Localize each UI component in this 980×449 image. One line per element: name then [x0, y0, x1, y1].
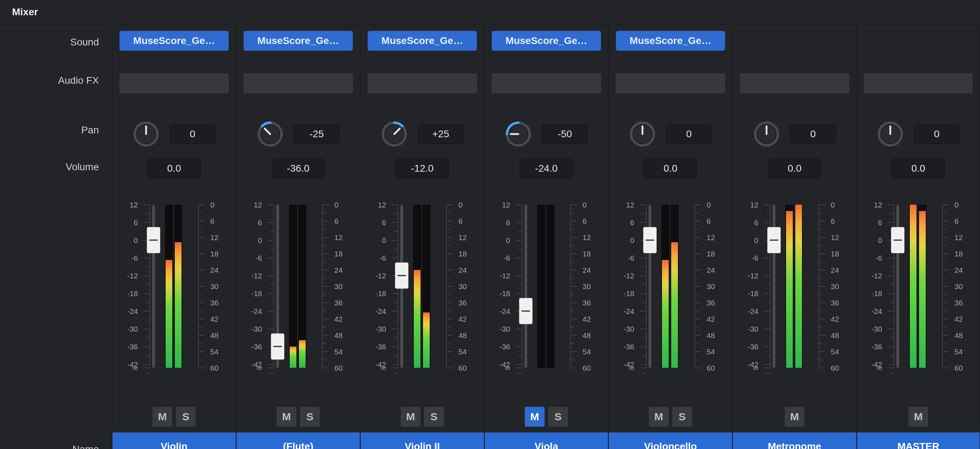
mute-button[interactable]: M — [401, 407, 420, 427]
fader-thumb[interactable] — [271, 333, 284, 360]
volume-value[interactable]: 0.0 — [768, 159, 821, 178]
fader-scale-left-label: ∞ — [245, 364, 262, 372]
audio-fx-slot[interactable] — [119, 73, 229, 93]
audio-fx-slot[interactable] — [740, 73, 849, 93]
channel-name[interactable]: (Flute) — [237, 432, 360, 449]
audio-fx-slot[interactable] — [864, 73, 972, 93]
pan-value[interactable]: 0 — [790, 124, 836, 144]
mixer-channel-violin: MuseScore_Ge… 0 0.0 1260-6-12-18-24-30-3… — [112, 24, 236, 449]
fader-thumb[interactable] — [643, 227, 657, 253]
fader-scale-left-label: -12 — [865, 272, 882, 279]
meter-channel-right — [298, 205, 306, 368]
solo-button[interactable]: S — [424, 407, 444, 427]
volume-value[interactable]: 0.0 — [892, 159, 945, 178]
meter-scale-right-label: 12 — [706, 234, 724, 241]
audio-fx-slot[interactable] — [616, 73, 725, 93]
meter-scale-right-label: 6 — [458, 217, 476, 225]
pan-knob[interactable] — [629, 121, 656, 148]
meter-channel-left — [785, 205, 794, 368]
solo-button[interactable]: S — [672, 407, 692, 427]
row-label-volume: Volume — [0, 152, 112, 173]
pan-knob[interactable] — [753, 121, 780, 148]
channel-name[interactable]: Viola — [485, 432, 608, 449]
fader-scale-left-label: -24 — [369, 307, 386, 315]
volume-value[interactable]: 0.0 — [644, 159, 697, 178]
volume-value[interactable]: -12.0 — [396, 159, 449, 178]
solo-button[interactable]: S — [548, 407, 568, 427]
fader-thumb[interactable] — [767, 227, 781, 253]
mute-button[interactable]: M — [277, 407, 296, 427]
meter-scale-right-label: 18 — [334, 250, 352, 258]
pan-knob[interactable] — [133, 121, 159, 148]
fader-thumb[interactable] — [891, 227, 904, 253]
meter-scale-right-label: 60 — [334, 364, 352, 372]
sound-slot[interactable]: MuseScore_Ge… — [492, 31, 601, 51]
meter-scale-right-label: 0 — [210, 201, 227, 209]
row-label-pan: Pan — [0, 110, 112, 136]
meter-scale-right-label: 24 — [334, 266, 352, 274]
pan-value[interactable]: 0 — [666, 124, 712, 144]
audio-fx-slot[interactable] — [243, 73, 353, 93]
sound-slot[interactable]: MuseScore_Ge… — [368, 31, 477, 51]
mute-button[interactable]: M — [153, 407, 172, 427]
meter-channel-left — [661, 205, 670, 368]
fader-scale-left-label: ∞ — [617, 364, 634, 372]
fader-scale-left-label: -36 — [121, 343, 138, 350]
pan-value[interactable]: -25 — [294, 124, 340, 144]
pan-value[interactable]: 0 — [914, 124, 960, 144]
pan-knob[interactable] — [505, 121, 532, 148]
audio-fx-slot[interactable] — [492, 73, 601, 93]
fader-track[interactable] — [524, 205, 527, 368]
fader-scale-left-label: -12 — [493, 272, 510, 279]
meter-scale-right-label: 36 — [955, 299, 972, 306]
channel-name[interactable]: Violin II — [361, 432, 484, 449]
panel-title: Mixer — [0, 0, 980, 24]
fader-thumb[interactable] — [519, 298, 533, 324]
channel-name[interactable]: Violin — [112, 432, 236, 449]
meter-scale-right-label: 24 — [706, 266, 724, 274]
fader-scale-left-label: 6 — [369, 219, 386, 226]
channel-name[interactable]: Violoncello — [609, 432, 732, 449]
fader-thumb[interactable] — [147, 227, 160, 253]
meter-scale-right-label: 12 — [458, 234, 476, 241]
meter-scale-right-label: 12 — [955, 234, 972, 241]
solo-button[interactable]: S — [176, 407, 196, 427]
pan-knob[interactable] — [381, 121, 408, 148]
meter-scale-right-label: 6 — [334, 217, 352, 225]
pan-value[interactable]: -50 — [542, 124, 588, 144]
mixer-channel-viola: MuseScore_Ge… -50 -24.0 1260-6-12-18-24-… — [484, 24, 608, 449]
pan-knob[interactable] — [877, 121, 904, 148]
sound-slot[interactable]: MuseScore_Ge… — [243, 31, 353, 51]
fader-scale-left-label: 0 — [865, 237, 882, 244]
fader-scale-left-label: -6 — [865, 254, 882, 262]
fader-scale-left-label: 0 — [121, 237, 138, 244]
fader-scale-left-label: -24 — [121, 307, 138, 315]
volume-value[interactable]: -36.0 — [272, 159, 325, 178]
fader-scale-left-label: -30 — [121, 325, 138, 333]
meter-scale-right-label: 54 — [955, 348, 972, 355]
sound-slot[interactable]: MuseScore_Ge… — [119, 31, 229, 51]
mute-button[interactable]: M — [649, 407, 669, 427]
pan-knob[interactable] — [257, 121, 284, 148]
fader-thumb[interactable] — [395, 263, 409, 289]
volume-value[interactable]: 0.0 — [148, 159, 201, 178]
channel-name[interactable]: MASTER — [857, 432, 980, 449]
meter-channel-right — [174, 205, 182, 368]
meter-scale-right-label: 0 — [955, 201, 972, 209]
mute-button[interactable]: M — [908, 407, 928, 427]
channel-name[interactable]: Metronome — [733, 432, 856, 449]
pan-value[interactable]: 0 — [169, 124, 216, 144]
meter-scale-right-label: 0 — [458, 201, 476, 209]
volume-value[interactable]: -24.0 — [520, 159, 573, 178]
mute-button[interactable]: M — [784, 407, 805, 427]
fader-scale-left-label: -30 — [741, 325, 759, 333]
sound-slot[interactable]: MuseScore_Ge… — [616, 31, 725, 51]
audio-fx-slot[interactable] — [368, 73, 477, 93]
fader-scale-left-label: -12 — [245, 272, 262, 279]
solo-button[interactable]: S — [300, 407, 320, 427]
meter-channel-right — [918, 205, 926, 368]
pan-value[interactable]: +25 — [418, 124, 464, 144]
meter-scale-right-label: 48 — [334, 331, 352, 339]
meter-scale-right-label: 12 — [334, 234, 352, 241]
mute-button[interactable]: M — [525, 407, 545, 427]
